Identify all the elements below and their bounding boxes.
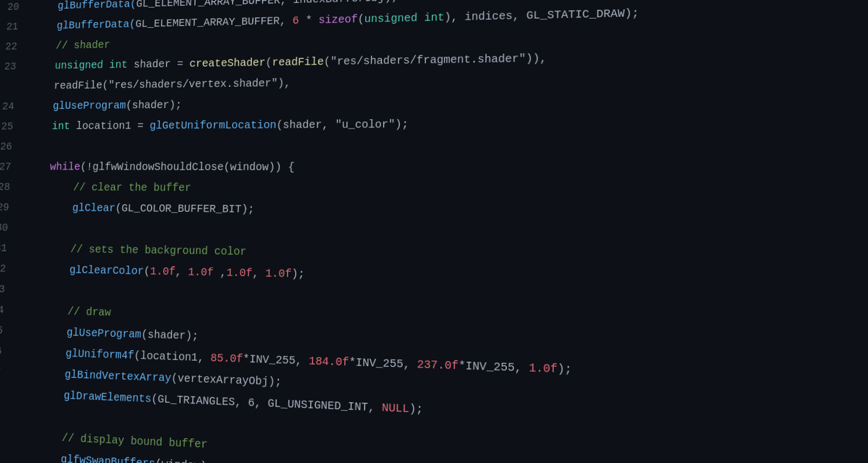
code-content: glBufferData(GL_ELEMENT_ARRAY_BUFFER, in… [5, 0, 868, 463]
code-area: 20 21 22 23 24 25 26 27 28 29 30 31 32 3… [0, 0, 868, 463]
code-line-27: while(!glfwWindowShouldClose(window)) { [25, 157, 868, 181]
code-editor: 20 21 22 23 24 25 26 27 28 29 30 31 32 3… [0, 0, 868, 463]
code-line-26 [27, 133, 868, 157]
